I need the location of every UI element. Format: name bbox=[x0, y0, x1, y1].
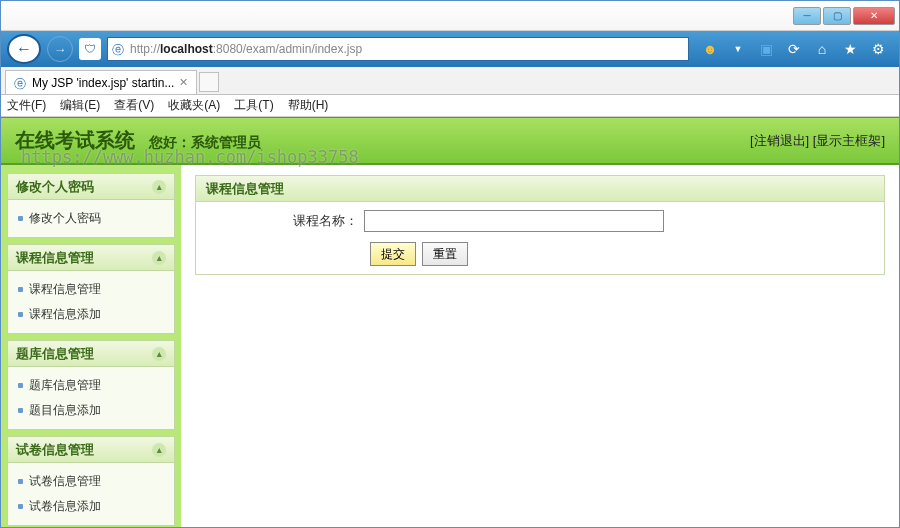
sidebar-group-password: 修改个人密码 ▴ 修改个人密码 bbox=[7, 173, 175, 238]
bullet-icon bbox=[18, 312, 23, 317]
panel-header: 课程信息管理 bbox=[196, 176, 884, 202]
browser-tab[interactable]: ⓔ My JSP 'index.jsp' startin... ✕ bbox=[5, 70, 197, 94]
sidebar-group-title: 试卷信息管理 bbox=[16, 441, 94, 459]
form-row-course-name: 课程名称： bbox=[204, 210, 876, 232]
app-header: 在线考试系统 您好：系统管理员 [注销退出] [显示主框架] https://w… bbox=[1, 117, 899, 165]
show-frame-link[interactable]: [显示主框架] bbox=[813, 133, 885, 148]
window-minimize-button[interactable]: ─ bbox=[793, 7, 821, 25]
window-titlebar: ─ ▢ ✕ bbox=[1, 1, 899, 31]
url-port: :8080 bbox=[213, 42, 243, 56]
back-button[interactable]: ← bbox=[7, 34, 41, 64]
submit-button[interactable]: 提交 bbox=[370, 242, 416, 266]
tab-favicon-icon: ⓔ bbox=[14, 76, 27, 89]
sidebar-group-header[interactable]: 题库信息管理 ▴ bbox=[8, 341, 174, 367]
emoji-icon[interactable]: ☻ bbox=[701, 40, 719, 58]
picture-icon[interactable]: ▣ bbox=[757, 40, 775, 58]
favorites-icon[interactable]: ★ bbox=[841, 40, 859, 58]
window-frame: ─ ▢ ✕ ← → 🛡 ⓔ http:// localhost :8080 /e… bbox=[0, 0, 900, 528]
nav-icon-group: ☻ ▼ ▣ ⟳ ⌂ ★ ⚙ bbox=[695, 40, 893, 58]
browser-nav-bar: ← → 🛡 ⓔ http:// localhost :8080 /exam/ad… bbox=[1, 31, 899, 67]
greeting-label: 您好：系统管理员 bbox=[149, 134, 261, 150]
menu-file[interactable]: 文件(F) bbox=[7, 97, 46, 114]
sidebar-group-title: 课程信息管理 bbox=[16, 249, 94, 267]
sidebar: 修改个人密码 ▴ 修改个人密码 课程信息管理 ▴ 课程信息管理 课程信息添加 bbox=[1, 165, 181, 527]
sidebar-group-title: 修改个人密码 bbox=[16, 178, 94, 196]
bullet-icon bbox=[18, 216, 23, 221]
sidebar-item[interactable]: 课程信息添加 bbox=[18, 302, 164, 327]
menu-tools[interactable]: 工具(T) bbox=[234, 97, 273, 114]
url-protocol: http:// bbox=[130, 42, 160, 56]
refresh-icon[interactable]: ⟳ bbox=[785, 40, 803, 58]
sidebar-group-title: 题库信息管理 bbox=[16, 345, 94, 363]
tab-strip: ⓔ My JSP 'index.jsp' startin... ✕ bbox=[1, 67, 899, 95]
sidebar-item[interactable]: 题库信息管理 bbox=[18, 373, 164, 398]
sidebar-item[interactable]: 题目信息添加 bbox=[18, 398, 164, 423]
collapse-icon[interactable]: ▴ bbox=[152, 251, 166, 265]
window-maximize-button[interactable]: ▢ bbox=[823, 7, 851, 25]
sidebar-group-header[interactable]: 修改个人密码 ▴ bbox=[8, 174, 174, 200]
address-bar[interactable]: ⓔ http:// localhost :8080 /exam/admin/in… bbox=[107, 37, 689, 61]
collapse-icon[interactable]: ▴ bbox=[152, 347, 166, 361]
sidebar-item[interactable]: 试卷信息添加 bbox=[18, 494, 164, 519]
settings-gear-icon[interactable]: ⚙ bbox=[869, 40, 887, 58]
forward-button[interactable]: → bbox=[47, 36, 73, 62]
sidebar-item[interactable]: 修改个人密码 bbox=[18, 206, 164, 231]
bullet-icon bbox=[18, 504, 23, 509]
menu-help[interactable]: 帮助(H) bbox=[288, 97, 329, 114]
bullet-icon bbox=[18, 479, 23, 484]
dropdown-icon[interactable]: ▼ bbox=[729, 40, 747, 58]
system-title: 在线考试系统 bbox=[15, 129, 135, 151]
tab-close-icon[interactable]: ✕ bbox=[179, 76, 188, 89]
collapse-icon[interactable]: ▴ bbox=[152, 180, 166, 194]
menu-edit[interactable]: 编辑(E) bbox=[60, 97, 100, 114]
bullet-icon bbox=[18, 383, 23, 388]
content-area: 修改个人密码 ▴ 修改个人密码 课程信息管理 ▴ 课程信息管理 课程信息添加 bbox=[1, 165, 899, 527]
tab-title: My JSP 'index.jsp' startin... bbox=[32, 76, 174, 90]
new-tab-button[interactable] bbox=[199, 72, 219, 92]
panel-body: 课程名称： 提交 重置 bbox=[196, 202, 884, 274]
sidebar-group-question: 题库信息管理 ▴ 题库信息管理 题目信息添加 bbox=[7, 340, 175, 430]
reset-button[interactable]: 重置 bbox=[422, 242, 468, 266]
menu-favorites[interactable]: 收藏夹(A) bbox=[168, 97, 220, 114]
sidebar-group-header[interactable]: 试卷信息管理 ▴ bbox=[8, 437, 174, 463]
course-panel: 课程信息管理 课程名称： 提交 重置 bbox=[195, 175, 885, 275]
window-close-button[interactable]: ✕ bbox=[853, 7, 895, 25]
course-name-label: 课程名称： bbox=[204, 212, 364, 230]
collapse-icon[interactable]: ▴ bbox=[152, 443, 166, 457]
sidebar-group-course: 课程信息管理 ▴ 课程信息管理 课程信息添加 bbox=[7, 244, 175, 334]
home-icon[interactable]: ⌂ bbox=[813, 40, 831, 58]
panel-title: 课程信息管理 bbox=[206, 180, 284, 198]
sidebar-group-header[interactable]: 课程信息管理 ▴ bbox=[8, 245, 174, 271]
header-left: 在线考试系统 您好：系统管理员 bbox=[15, 127, 261, 154]
course-name-input[interactable] bbox=[364, 210, 664, 232]
header-links: [注销退出] [显示主框架] bbox=[750, 132, 885, 150]
ie-favicon-icon: ⓔ bbox=[112, 42, 126, 56]
sidebar-item[interactable]: 课程信息管理 bbox=[18, 277, 164, 302]
url-path: /exam/admin/index.jsp bbox=[243, 42, 362, 56]
bullet-icon bbox=[18, 408, 23, 413]
logout-link[interactable]: [注销退出] bbox=[750, 133, 809, 148]
security-shield-icon[interactable]: 🛡 bbox=[79, 38, 101, 60]
sidebar-item[interactable]: 试卷信息管理 bbox=[18, 469, 164, 494]
sidebar-group-paper: 试卷信息管理 ▴ 试卷信息管理 试卷信息添加 bbox=[7, 436, 175, 526]
button-row: 提交 重置 bbox=[204, 242, 876, 266]
main-panel-area: 课程信息管理 课程名称： 提交 重置 bbox=[181, 165, 899, 527]
url-host: localhost bbox=[160, 42, 213, 56]
menu-bar: 文件(F) 编辑(E) 查看(V) 收藏夹(A) 工具(T) 帮助(H) bbox=[1, 95, 899, 117]
menu-view[interactable]: 查看(V) bbox=[114, 97, 154, 114]
bullet-icon bbox=[18, 287, 23, 292]
